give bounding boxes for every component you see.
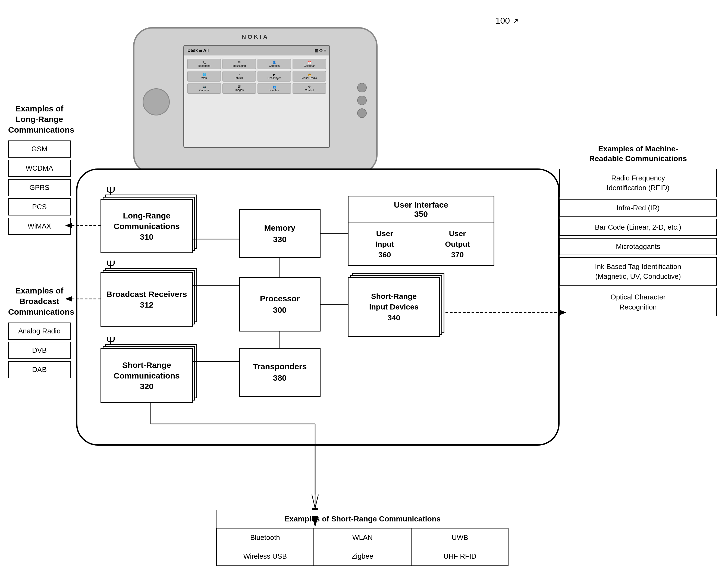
short-range-comms-grid: Bluetooth WLAN UWB Wireless USB Zigbee U…: [216, 528, 509, 566]
short-range-comms-title: Examples of Short-Range Communications: [216, 510, 509, 528]
user-input-box: UserInput360: [348, 223, 421, 265]
barcode-box: Bar Code (Linear, 2-D, etc.): [559, 219, 717, 236]
screen-header-bar: Desk & All ▥ ⑦ ≡: [184, 46, 329, 56]
ink-tag-box: Ink Based Tag Identification(Magnetic, U…: [559, 257, 717, 286]
broadcast-receivers-box: Broadcast Receivers 312: [101, 272, 193, 327]
short-range-comms-section: Examples of Short-Range Communications B…: [216, 510, 509, 566]
dvb-box: DVB: [8, 342, 71, 359]
device-number: 100 ↗: [495, 16, 518, 26]
user-interface-group: User Interface350 UserInput360 UserOutpu…: [348, 196, 494, 266]
machine-readable-section: Examples of Machine-Readable Communicati…: [559, 144, 717, 318]
short-range-input-box: Short-Range Input Devices 340: [348, 277, 440, 337]
transponders-box: Transponders 380: [239, 348, 321, 397]
diagram-container: 100 ↗ NOKIA Desk & All ▥ ⑦ ≡ 📞Telephone …: [0, 0, 725, 588]
processor-box: Processor 300: [239, 277, 321, 332]
short-range-comm-group: Ψ Short-Range Communications 320: [101, 334, 193, 403]
ocr-box: Optical CharacterRecognition: [559, 288, 717, 316]
device-right-buttons: [357, 83, 367, 118]
wcdma-box: WCDMA: [8, 160, 71, 177]
ir-box: Infra-Red (IR): [559, 200, 717, 216]
dab-box: DAB: [8, 361, 71, 378]
uhf-rfid-cell: UHF RFID: [411, 547, 509, 566]
analog-radio-box: Analog Radio: [8, 322, 71, 340]
short-range-comm-box: Short-Range Communications 320: [101, 348, 193, 403]
machine-readable-title: Examples of Machine-Readable Communicati…: [559, 144, 717, 164]
long-range-section: Examples of Long-RangeCommunications GSM…: [8, 103, 71, 237]
gsm-box: GSM: [8, 141, 71, 158]
device-dpad: [143, 88, 170, 115]
long-range-comm-box: Long-Range Communications 310: [101, 199, 193, 253]
long-range-title: Examples of Long-RangeCommunications: [8, 103, 71, 135]
user-interface-label: User Interface350: [348, 196, 494, 223]
memory-box: Memory 330: [239, 209, 321, 258]
broadcast-title: Examples ofBroadcastCommunications: [8, 285, 71, 317]
wimax-box: WiMAX: [8, 218, 71, 235]
nokia-device: NOKIA Desk & All ▥ ⑦ ≡ 📞Telephone ✉Messa…: [120, 16, 391, 179]
user-output-box: UserOutput370: [421, 223, 494, 265]
rfid-box: Radio FrequencyIdentification (RFID): [559, 169, 717, 197]
broadcast-receivers-group: Ψ Broadcast Receivers 312: [101, 258, 193, 327]
pcs-box: PCS: [8, 198, 71, 215]
gprs-box: GPRS: [8, 179, 71, 196]
microtaggants-box: Microtaggants: [559, 238, 717, 255]
nokia-brand-label: NOKIA: [242, 34, 269, 41]
short-range-input-group: Short-Range Input Devices 340: [348, 277, 440, 337]
wireless-usb-cell: Wireless USB: [216, 547, 314, 566]
wlan-cell: WLAN: [314, 528, 411, 547]
bluetooth-cell: Bluetooth: [216, 528, 314, 547]
uwb-cell: UWB: [411, 528, 509, 547]
long-range-comm-group: Ψ Long-Range Communications 310: [101, 185, 193, 253]
zigbee-cell: Zigbee: [314, 547, 411, 566]
broadcast-section: Examples ofBroadcastCommunications Analo…: [8, 285, 71, 380]
screen-icons-grid: 📞Telephone ✉Messaging 👤Contacts 📅Calenda…: [184, 56, 329, 97]
